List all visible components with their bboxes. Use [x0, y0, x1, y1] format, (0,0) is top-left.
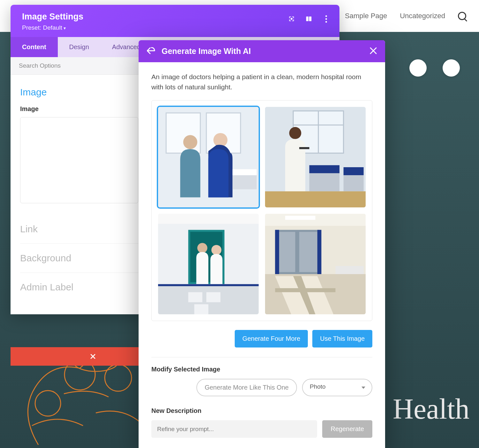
svg-rect-4	[291, 18, 293, 20]
svg-rect-5	[306, 17, 308, 21]
svg-rect-20	[309, 165, 340, 173]
settings-header: Image Settings Preset: Default	[11, 5, 339, 37]
refine-prompt-input[interactable]	[151, 420, 317, 438]
svg-rect-43	[317, 230, 322, 274]
close-icon	[89, 353, 97, 360]
nav-item[interactable]: Uncategorized	[400, 12, 445, 20]
svg-rect-26	[158, 214, 259, 224]
svg-rect-13	[232, 175, 257, 189]
hero-title: i Health	[378, 392, 469, 425]
ai-primary-actions: Generate Four More Use This Image	[151, 330, 372, 347]
divider	[151, 357, 372, 357]
ai-result-thumb-2[interactable]	[265, 107, 366, 207]
new-description-label: New Description	[151, 407, 372, 414]
svg-rect-33	[188, 292, 202, 302]
ai-result-thumb-1[interactable]	[158, 107, 259, 207]
regenerate-button[interactable]: Regenerate	[322, 420, 372, 438]
svg-rect-32	[158, 284, 259, 286]
generate-four-more-button[interactable]: Generate Four More	[235, 330, 308, 347]
ai-prompt-text: An image of doctors helping a patient in…	[151, 72, 372, 92]
new-description-row: Regenerate	[151, 420, 372, 438]
svg-rect-8	[166, 113, 200, 153]
svg-rect-34	[206, 292, 220, 302]
generate-image-ai-modal: Generate Image With AI An image of docto…	[139, 40, 385, 448]
preset-dropdown[interactable]: Preset: Default	[22, 24, 83, 31]
svg-rect-22	[344, 167, 364, 175]
svg-rect-21	[309, 173, 340, 191]
svg-rect-38	[285, 216, 316, 220]
ai-modal-title: Generate Image With AI	[162, 47, 251, 56]
svg-rect-6	[309, 17, 311, 21]
modify-selected-label: Modify Selected Image	[151, 366, 372, 373]
fullscreen-icon[interactable]	[288, 15, 295, 23]
hero-circles	[409, 59, 460, 77]
svg-point-1	[105, 364, 132, 391]
svg-rect-24	[265, 191, 366, 207]
svg-rect-41	[299, 232, 317, 272]
ai-modal-header: Generate Image With AI	[139, 40, 385, 62]
close-button[interactable]	[370, 47, 377, 56]
back-arrow-icon	[147, 47, 155, 54]
ai-result-thumb-4[interactable]	[265, 214, 366, 314]
svg-point-18	[289, 127, 301, 139]
columns-icon[interactable]	[305, 15, 313, 23]
svg-rect-52	[275, 288, 336, 292]
modify-row: Generate More Like This One Photo	[151, 379, 372, 396]
settings-title: Image Settings	[22, 12, 83, 22]
svg-point-30	[211, 245, 222, 255]
svg-point-29	[197, 243, 208, 253]
svg-point-2	[35, 391, 61, 416]
svg-rect-35	[194, 304, 208, 315]
svg-rect-44	[336, 266, 364, 274]
use-this-image-button[interactable]: Use This Image	[312, 330, 372, 347]
svg-point-10	[183, 135, 197, 149]
image-upload-well[interactable]	[20, 117, 138, 203]
more-menu-icon[interactable]	[322, 15, 330, 23]
tab-design[interactable]: Design	[58, 37, 101, 57]
style-select[interactable]: Photo	[302, 379, 372, 396]
generate-more-like-button[interactable]: Generate More Like This One	[196, 379, 297, 396]
ai-results-grid	[151, 100, 372, 321]
close-icon	[370, 47, 377, 54]
svg-rect-19	[299, 147, 309, 149]
nav-item[interactable]: Sample Page	[345, 12, 387, 20]
svg-rect-40	[277, 232, 295, 272]
back-button[interactable]	[147, 47, 155, 56]
search-icon[interactable]	[458, 12, 466, 20]
tab-content[interactable]: Content	[11, 37, 58, 57]
svg-rect-12	[232, 169, 257, 175]
svg-rect-23	[344, 175, 364, 191]
ai-result-thumb-3[interactable]	[158, 214, 259, 314]
svg-rect-37	[265, 214, 366, 226]
svg-rect-42	[275, 230, 279, 274]
